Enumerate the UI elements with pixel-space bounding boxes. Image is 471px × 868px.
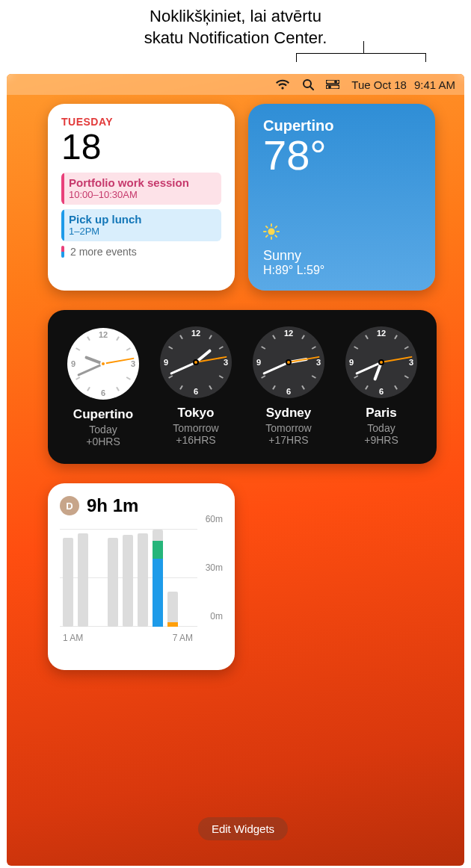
x-label: 7 AM xyxy=(173,633,193,643)
svg-rect-2 xyxy=(326,80,339,84)
clock-face: 12369 xyxy=(160,326,232,398)
weather-temp: 78° xyxy=(263,134,420,176)
event-time: 10:00–10:30AM xyxy=(69,189,215,200)
control-center-icon[interactable] xyxy=(326,80,339,89)
chart-bar xyxy=(78,533,88,627)
calendar-more-label: 2 more events xyxy=(70,246,137,258)
menubar-time: 9:41 AM xyxy=(414,78,455,91)
wifi-icon[interactable] xyxy=(275,79,290,90)
clock-city: Sydney xyxy=(244,406,333,421)
callout-bracket xyxy=(0,53,456,71)
desktop: Tue Oct 18 9:41 AM TUESDAY 18 Portfolio … xyxy=(7,74,464,866)
screen-time-widget[interactable]: D 9h 1m 0m30m60m1 AM7 AM xyxy=(48,483,235,670)
calendar-day: 18 xyxy=(61,129,221,165)
clock-offset: +0HRS xyxy=(58,435,148,447)
notification-center: TUESDAY 18 Portfolio work session 10:00–… xyxy=(48,104,438,851)
weather-hilo: H:89° L:59° xyxy=(263,264,420,277)
clock-city: Cupertino xyxy=(58,407,148,422)
svg-line-13 xyxy=(266,235,268,237)
event-title: Portfolio work session xyxy=(69,176,215,189)
weather-condition: Sunny xyxy=(263,248,420,264)
svg-line-14 xyxy=(275,226,277,228)
avatar: D xyxy=(60,496,79,515)
event-time: 1–2PM xyxy=(69,226,215,237)
calendar-widget[interactable]: TUESDAY 18 Portfolio work session 10:00–… xyxy=(48,104,235,291)
clock-face: 12369 xyxy=(67,328,139,400)
svg-rect-4 xyxy=(326,85,339,89)
calendar-dow: TUESDAY xyxy=(61,116,221,128)
chart-bar xyxy=(138,533,148,627)
spotlight-icon[interactable] xyxy=(302,78,314,90)
annotation-line1: Noklikšķiniet, lai atvērtu xyxy=(0,6,471,28)
calendar-event: Pick up lunch 1–2PM xyxy=(61,209,221,241)
event-title: Pick up lunch xyxy=(69,213,215,226)
svg-line-1 xyxy=(310,87,313,90)
svg-point-6 xyxy=(268,229,274,235)
chart-bar xyxy=(63,538,73,627)
clock-face: 12369 xyxy=(345,326,417,398)
screen-time-chart: 0m30m60m1 AM7 AM xyxy=(60,524,223,643)
clock-day: Today xyxy=(336,422,426,434)
chart-bar xyxy=(153,530,163,627)
menubar: Tue Oct 18 9:41 AM xyxy=(7,74,464,95)
x-label: 1 AM xyxy=(63,633,83,643)
clock-offset: +17HRS xyxy=(244,434,333,446)
chart-bar xyxy=(108,538,118,627)
menubar-date: Tue Oct 18 xyxy=(351,78,407,91)
clock-offset: +9HRS xyxy=(336,434,426,446)
world-clock-item: 12369 Sydney Tomorrow +17HRS xyxy=(244,326,333,447)
chart-bar xyxy=(167,592,178,627)
svg-line-11 xyxy=(266,226,268,228)
svg-point-5 xyxy=(328,86,331,89)
chart-bar xyxy=(123,535,133,627)
calendar-more: 2 more events xyxy=(61,246,221,258)
svg-line-12 xyxy=(275,235,277,237)
annotation-line2: skatu Notification Center. xyxy=(0,28,471,49)
clock-day: Tomorrow xyxy=(151,422,241,434)
clock-offset: +16HRS xyxy=(151,434,241,446)
clock-day: Tomorrow xyxy=(244,422,333,434)
sun-icon xyxy=(263,223,280,240)
menubar-clock[interactable]: Tue Oct 18 9:41 AM xyxy=(351,78,455,91)
world-clock-item: 12369 Cupertino Today +0HRS xyxy=(58,326,148,447)
clock-face: 12369 xyxy=(253,326,324,398)
screen-time-total: 9h 1m xyxy=(87,495,138,516)
clock-city: Paris xyxy=(336,406,426,421)
svg-point-3 xyxy=(334,81,337,84)
weather-widget[interactable]: Cupertino 78° Sunny H:89° L:59° xyxy=(248,104,435,291)
edit-widgets-button[interactable]: Edit Widgets xyxy=(198,817,288,840)
clock-day: Today xyxy=(58,424,148,435)
world-clock-item: 12369 Tokyo Tomorrow +16HRS xyxy=(151,326,241,447)
calendar-event: Portfolio work session 10:00–10:30AM xyxy=(61,173,221,205)
world-clock-widget[interactable]: 12369 Cupertino Today +0HRS 12369 Tokyo … xyxy=(48,310,437,464)
world-clock-item: 12369 Paris Today +9HRS xyxy=(336,326,426,447)
clock-city: Tokyo xyxy=(151,406,241,421)
annotation-callout: Noklikšķiniet, lai atvērtu skatu Notific… xyxy=(0,0,471,53)
